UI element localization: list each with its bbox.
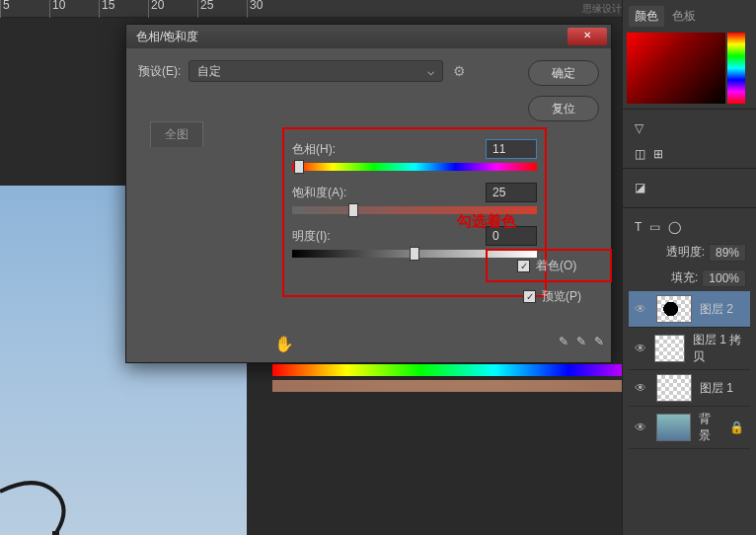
tab-master[interactable]: 全图 [150,121,203,147]
visibility-icon[interactable]: 👁 [635,420,648,434]
chevron-down-icon: ⌵ [427,64,434,78]
grid-icon[interactable]: ⊞ [653,147,663,161]
lightness-label: 明度(I): [292,228,371,245]
layer-thumb [656,295,692,323]
slider-thumb[interactable] [294,160,304,174]
layer-thumb [654,335,685,362]
slider-thumb[interactable] [410,247,419,261]
layer-row[interactable]: 👁 图层 2 [629,291,750,328]
close-button[interactable]: ✕ [567,28,607,45]
saturation-label: 饱和度(A): [292,185,371,201]
layer-row[interactable]: 👁 图层 1 拷贝 [629,328,750,370]
visibility-icon[interactable]: 👁 [635,342,646,355]
colorize-checkbox[interactable]: ✓ [517,260,530,272]
fill-label: 填充: [671,269,698,287]
preview-label: 预览(P) [542,288,581,305]
color-panel: 颜色 色板 [623,0,756,109]
slider-thumb[interactable] [348,203,358,217]
layer-row[interactable]: 👁 背景 🔒 [629,407,750,449]
layer-name: 图层 1 拷贝 [693,332,744,365]
dialog-titlebar[interactable]: 色相/饱和度 ✕ [126,25,611,48]
fill-value[interactable]: 100% [702,269,746,287]
text-icon[interactable]: T [635,220,642,234]
right-panels: 颜色 色板 ▽ ◫ ⊞ ◪ T ▭ ◯ 透明度: 89% 填充: [622,0,756,535]
preset-label: 预设(E): [138,63,181,80]
eyedropper-tools: ✎ ✎ ✎ [559,335,604,348]
layer-name: 图层 2 [700,301,733,318]
visibility-icon[interactable]: 👁 [635,381,648,395]
saturation-input[interactable]: 25 [486,183,537,202]
tab-swatches[interactable]: 色板 [666,6,702,27]
circle-icon[interactable]: ◯ [668,220,681,234]
hue-slider[interactable] [292,163,537,171]
colorize-label: 着色(O) [536,258,576,274]
dialog-title: 色相/饱和度 [136,29,198,45]
hue-label: 色相(H): [292,141,371,158]
lock-icon[interactable]: 🔒 [729,420,744,434]
opacity-label: 透明度: [666,244,705,262]
hue-saturation-dialog: 色相/饱和度 ✕ 预设(E): 自定 ⌵ ⚙ 确定 复位 全图 色相(H): 1… [125,24,612,363]
rect-icon[interactable]: ▭ [649,220,660,234]
layer-name: 背景 [699,411,721,444]
layer-name: 图层 1 [700,380,733,397]
hand-tool-icon[interactable]: ✋ [274,335,294,353]
opacity-value[interactable]: 89% [709,244,746,262]
layer-thumb [656,414,691,441]
eyedropper-add-icon[interactable]: ✎ [576,335,586,348]
annotation-text: 勾选着色 [457,212,516,231]
ok-button[interactable]: 确定 [528,60,599,86]
preset-dropdown[interactable]: 自定 ⌵ [189,60,443,82]
visibility-icon[interactable]: 👁 [635,302,648,316]
preview-checkbox[interactable]: ✓ [523,290,536,303]
tab-color[interactable]: 颜色 [629,6,664,27]
eyedropper-icon[interactable]: ✎ [559,335,568,348]
lamp-image [0,462,148,535]
thumbnail-icon[interactable]: ◫ [635,147,645,161]
hue-input[interactable]: 11 [486,139,537,159]
layer-row[interactable]: 👁 图层 1 [629,370,750,407]
color-chip-icon[interactable]: ◪ [635,181,645,194]
layer-thumb [656,374,692,402]
hue-strip[interactable] [727,33,745,104]
gear-icon[interactable]: ⚙ [453,63,466,79]
reset-button[interactable]: 复位 [528,96,599,121]
colorize-highlight-box: ✓ 着色(O) [486,249,612,282]
filter-icon[interactable]: ▽ [635,121,643,135]
eyedropper-subtract-icon[interactable]: ✎ [594,335,604,348]
color-picker-field[interactable] [627,33,725,104]
